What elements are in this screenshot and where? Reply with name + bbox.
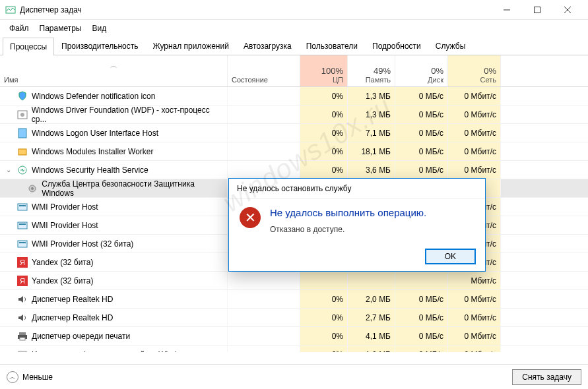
col-memory[interactable]: 49%Память [348,55,395,86]
cell-net: 0 Мбит/с [448,105,501,123]
close-button[interactable] [552,0,583,20]
tab-processes[interactable]: Процессы [3,38,54,55]
col-state[interactable]: Состояние [228,55,300,86]
process-name: Диспетчер Realtek HD [32,313,113,322]
menu-options[interactable]: Параметры [36,22,86,34]
svg-rect-14 [18,222,27,229]
expand-chevron-icon [4,185,13,192]
process-name: Windows Modules Installer Worker [32,147,154,156]
cell-cpu: 0% [300,142,348,160]
svg-text:Я: Я [20,277,25,285]
table-row[interactable]: Windows Driver Foundation (WDF) - хост-п… [0,105,588,124]
ok-button[interactable]: OK [425,249,476,264]
cell-name: Windows Modules Installer Worker [0,142,228,160]
cell-cpu: 0% [300,290,348,308]
tab-users[interactable]: Пользователи [299,37,365,55]
minimize-button[interactable] [492,0,522,20]
cell-name: ЯYandex (32 бита) [0,253,228,271]
col-disk[interactable]: 0%Диск [395,55,448,86]
svg-point-11 [31,187,34,190]
tab-performance[interactable]: Производительность [54,37,145,55]
menubar: Файл Параметры Вид [0,20,588,37]
dialog-sub-text: Отказано в доступе. [270,225,426,234]
cell-mem: 7,1 МБ [348,124,395,142]
end-task-button[interactable]: Снять задачу [512,369,581,385]
process-name: Изоляция графов аудиоустройств Windows [32,350,191,353]
cell-state [228,290,300,308]
cell-net: 0 Мбит/с [448,142,501,160]
yandex-icon: Я [17,257,28,268]
table-row[interactable]: Диспетчер Realtek HD0%2,7 МБ0 МБ/с0 Мбит… [0,309,588,327]
cell-state [228,105,300,123]
svg-rect-13 [19,205,26,206]
cell-state [228,161,300,179]
menu-file[interactable]: Файл [5,22,33,34]
cell-cpu: 0% [300,161,348,179]
table-row[interactable]: Изоляция графов аудиоустройств Windows0%… [0,345,588,352]
cell-name: Диспетчер Realtek HD [0,290,228,308]
cell-cpu: 0% [300,124,348,142]
tab-details[interactable]: Подробности [365,37,428,55]
cell-name: Служба Центра безопасности Защитника Win… [0,179,228,197]
cell-name: ЯYandex (32 бита) [0,272,228,289]
audio-icon [17,313,28,323]
process-name: Диспетчер очереди печати [32,332,130,341]
table-row[interactable]: ЯYandex (32 бита)Мбит/с [0,272,588,290]
cell-net: 0 Мбит/с [448,327,501,345]
logon-icon [17,128,28,138]
process-name: Yandex (32 бита) [32,258,93,267]
cell-cpu: 0% [300,345,348,352]
process-name: WMI Provider Host (32 бита) [32,239,133,249]
col-network[interactable]: 0%Сеть [448,55,501,86]
col-cpu[interactable]: 100%ЦП [300,55,348,86]
cell-state [228,124,300,142]
error-icon: ✕ [240,207,261,228]
cell-name: WMI Provider Host (32 бита) [0,235,228,253]
cell-net: Мбит/с [448,272,501,289]
cell-state [228,272,300,289]
cell-name: Windows Defender notification icon [0,87,228,105]
table-row[interactable]: ⌄Windows Security Health Service0%3,6 МБ… [0,161,588,179]
cell-state [228,309,300,326]
health-icon [17,165,28,175]
cell-state [228,327,300,345]
svg-rect-12 [18,204,27,210]
cell-name: Windows Driver Foundation (WDF) - хост-п… [0,105,228,123]
tab-startup[interactable]: Автозагрузка [236,37,299,55]
cell-cpu: 0% [300,309,348,326]
dialog-title: Не удалось остановить службу [229,179,485,199]
menu-view[interactable]: Вид [88,22,110,34]
table-row[interactable]: Windows Modules Installer Worker0%18,1 М… [0,142,588,161]
table-row[interactable]: Диспетчер очереди печати0%4,1 МБ0 МБ/с0 … [0,327,588,345]
tab-app-history[interactable]: Журнал приложений [146,37,236,55]
wmi-icon [17,220,28,231]
cell-mem: 18,1 МБ [348,142,395,160]
cell-mem: 1,3 МБ [348,105,395,123]
chevron-up-icon: ︿ [7,371,18,383]
maximize-button[interactable] [522,0,552,20]
wmi-icon [17,239,28,249]
process-name: Windows Driver Foundation (WDF) - хост-п… [32,105,223,124]
table-row[interactable]: Диспетчер Realtek HD0%2,0 МБ0 МБ/с0 Мбит… [0,290,588,309]
cell-state [228,142,300,160]
taskmgr-icon [5,5,16,15]
collapse-chevron-icon[interactable]: ⌄ [4,166,13,173]
col-name[interactable]: ︿Имя [0,55,228,86]
cell-cpu: 0% [300,87,348,105]
svg-rect-7 [18,129,26,138]
process-name: Служба Центра безопасности Защитника Win… [42,179,223,198]
table-row[interactable]: Windows Defender notification icon0%1,3 … [0,87,588,105]
cell-disk: 0 МБ/с [395,87,448,105]
cell-net: 0 Мбит/с [448,161,501,179]
cell-state [228,345,300,352]
svg-rect-25 [18,351,26,353]
dialog-main-text: Не удалось выполнить операцию. [270,207,426,218]
cell-state [228,87,300,105]
fewer-details-button[interactable]: ︿ Меньше [7,371,53,383]
table-row[interactable]: Windows Logon User Interface Host0%7,1 М… [0,124,588,142]
yandex-icon: Я [17,276,28,286]
tab-services[interactable]: Службы [428,37,473,55]
svg-rect-17 [19,242,26,243]
cell-net: 0 Мбит/с [448,290,501,308]
cell-mem: 1,2 МБ [348,345,395,352]
